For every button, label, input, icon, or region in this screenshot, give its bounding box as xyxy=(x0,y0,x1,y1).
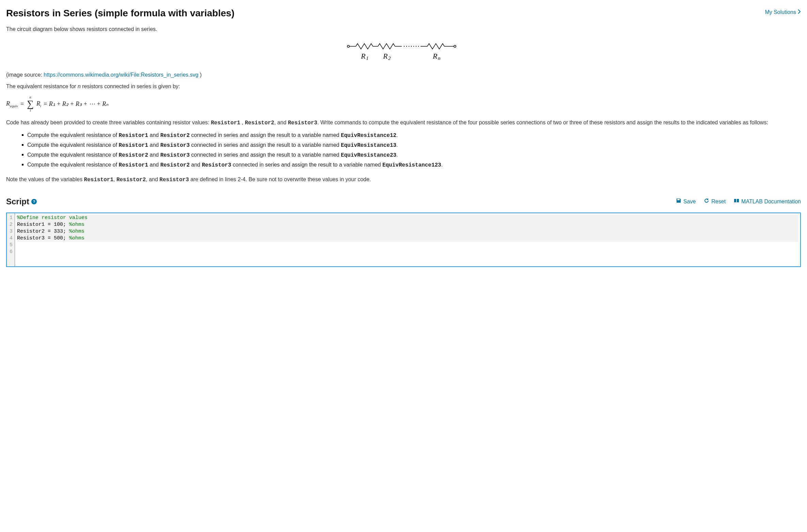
chevron-right-icon xyxy=(797,8,801,16)
note-b3: Resistor3 xyxy=(159,177,189,183)
my-solutions-link[interactable]: My Solutions xyxy=(765,8,801,16)
p2-c1: , xyxy=(240,120,245,125)
code-line[interactable]: Resistor3 = 500; %ohms xyxy=(17,235,798,242)
my-solutions-label: My Solutions xyxy=(765,8,796,16)
code-line[interactable] xyxy=(17,249,798,255)
list-item: Compute the equivalent resistance of Res… xyxy=(22,151,801,159)
editor-gutter: 123456 xyxy=(7,213,15,266)
svg-point-4 xyxy=(404,46,405,47)
svg-text:R: R xyxy=(361,52,366,60)
equiv-post: resistors connected in series is given b… xyxy=(81,83,180,89)
svg-point-9 xyxy=(416,46,416,47)
code-line[interactable]: Resistor2 = 333; %ohms xyxy=(17,228,798,235)
p2-r2: Resistor2 xyxy=(245,120,274,126)
script-title: Script xyxy=(6,195,29,208)
note-t1: Note the values of the variables xyxy=(6,176,84,182)
formula-lhs-sub: equiv xyxy=(10,104,18,108)
equiv-sentence: The equivalent resistance for n resistor… xyxy=(6,82,801,91)
line-number: 1 xyxy=(7,215,15,221)
formula-eq1: = xyxy=(20,99,24,109)
image-source-link[interactable]: https://commons.wikimedia.org/wiki/File:… xyxy=(44,72,198,78)
svg-text:2: 2 xyxy=(388,56,391,61)
save-label: Save xyxy=(683,198,696,206)
note-b1: Resistor1 xyxy=(84,177,113,183)
p2-c2: , and xyxy=(274,120,288,125)
paragraph-2: Code has already been provided to create… xyxy=(6,119,801,127)
save-icon xyxy=(676,198,681,206)
svg-text:n: n xyxy=(438,56,441,61)
intro-text: The circuit diagram below shows resistor… xyxy=(6,25,801,33)
docs-link[interactable]: MATLAB Documentation xyxy=(734,198,801,206)
note-c2: , and xyxy=(146,176,159,182)
code-line[interactable]: %Define resistor values xyxy=(17,215,798,221)
list-item: Compute the equivalent resistance of Res… xyxy=(22,141,801,150)
reset-label: Reset xyxy=(711,198,726,206)
bullet-list: Compute the equivalent resistance of Res… xyxy=(6,131,801,169)
line-number: 3 xyxy=(7,228,15,235)
svg-point-13 xyxy=(454,45,456,47)
image-source-line: (image source: https://commons.wikimedia… xyxy=(6,71,801,79)
line-number: 6 xyxy=(7,249,15,255)
line-number: 4 xyxy=(7,235,15,242)
header-row: Resistors in Series (simple formula with… xyxy=(6,6,801,20)
p2-t1: Code has already been provided to create… xyxy=(6,120,211,125)
script-header: Script ? Save Reset MATLAB Documentation xyxy=(6,195,801,208)
svg-point-7 xyxy=(411,46,412,47)
book-icon xyxy=(734,198,739,206)
circuit-diagram: R1 R2 Rn xyxy=(6,40,801,63)
equiv-var: n xyxy=(78,83,81,89)
sum-body: R xyxy=(36,100,40,107)
equiv-pre: The equivalent resistance for xyxy=(6,83,78,89)
p2-r3: Resistor3 xyxy=(288,120,317,126)
code-line[interactable]: Resistor1 = 100; %ohms xyxy=(17,221,798,228)
image-source-prefix: (image source: xyxy=(6,72,44,78)
sum-body-sub: i xyxy=(40,104,41,108)
help-icon[interactable]: ? xyxy=(31,199,37,204)
sigma-icon: n ∑ i xyxy=(27,95,34,112)
formula-rhs: = R₁ + R₂ + R₃ + ⋯ + Rₙ xyxy=(43,99,108,109)
formula: Requiv = n ∑ i Ri = R₁ + R₂ + R₃ + ⋯ + R… xyxy=(6,95,801,112)
reset-button[interactable]: Reset xyxy=(704,198,726,206)
svg-point-0 xyxy=(347,45,349,47)
svg-point-8 xyxy=(413,46,414,47)
svg-point-10 xyxy=(418,46,419,47)
note-t2: are defined in lines 2-4. Be sure not to… xyxy=(189,176,371,182)
svg-point-5 xyxy=(406,46,407,47)
reset-icon xyxy=(704,198,709,206)
p2-r1: Resistor1 xyxy=(211,120,240,126)
note-c1: , xyxy=(113,176,116,182)
line-number: 2 xyxy=(7,221,15,228)
code-line[interactable] xyxy=(17,242,798,249)
list-item: Compute the equivalent resistance of Res… xyxy=(22,161,801,169)
note-paragraph: Note the values of the variables Resisto… xyxy=(6,175,801,184)
script-actions: Save Reset MATLAB Documentation xyxy=(676,198,801,206)
code-editor[interactable]: 123456 %Define resistor valuesResistor1 … xyxy=(6,213,801,267)
formula-lhs: R xyxy=(6,100,10,107)
svg-point-6 xyxy=(409,46,409,47)
line-number: 5 xyxy=(7,242,15,249)
docs-label: MATLAB Documentation xyxy=(741,198,801,206)
note-b2: Resistor2 xyxy=(116,177,146,183)
list-item: Compute the equivalent resistance of Res… xyxy=(22,131,801,140)
page-title: Resistors in Series (simple formula with… xyxy=(6,6,235,20)
editor-code-area[interactable]: %Define resistor valuesResistor1 = 100; … xyxy=(15,213,800,266)
sum-bottom: i xyxy=(30,109,31,112)
image-source-suffix: ) xyxy=(199,72,202,78)
svg-text:1: 1 xyxy=(366,56,369,61)
save-button[interactable]: Save xyxy=(676,198,696,206)
svg-text:R: R xyxy=(383,52,388,60)
p2-tail: . Write commands to compute the equivale… xyxy=(317,120,768,125)
svg-text:R: R xyxy=(432,52,438,60)
